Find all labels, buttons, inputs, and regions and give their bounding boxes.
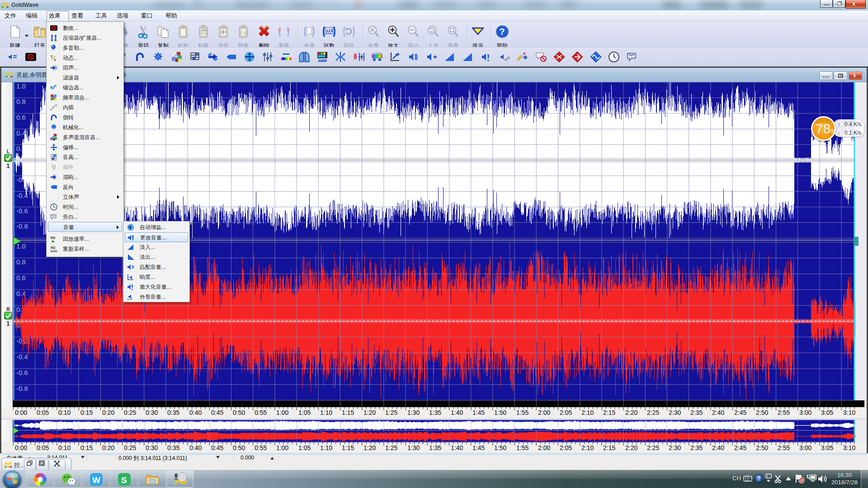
svg-text:123: 123 [326,28,333,33]
svg-text:-0.4: -0.4 [16,192,28,199]
svg-text:-0.4: -0.4 [16,353,28,361]
svg-text:0.8: 0.8 [16,258,26,266]
svg-text:{x}: {x} [240,30,249,36]
svg-text:-0.2: -0.2 [16,176,28,183]
svg-text:-0.8: -0.8 [16,222,28,230]
svg-text:0.2: 0.2 [16,305,26,313]
svg-text:1.0: 1.0 [16,82,26,90]
svg-text:-0.6: -0.6 [16,207,28,215]
svg-text:0.8: 0.8 [16,98,26,105]
svg-text:0.0: 0.0 [16,321,26,329]
svg-text:0.6: 0.6 [16,274,26,282]
svg-text:-0.2: -0.2 [16,337,28,345]
svg-text:W: W [92,475,100,485]
svg-text:x: x [54,57,56,61]
svg-text:Hz: Hz [51,245,55,250]
svg-text:0.0: 0.0 [16,160,26,168]
svg-text:0.4: 0.4 [16,290,26,297]
svg-text:1.0: 1.0 [16,242,26,250]
svg-text:?: ? [500,27,505,37]
svg-text:-0.6: -0.6 [16,369,28,376]
svg-text:-0.8: -0.8 [16,385,28,392]
svg-text:S: S [121,475,127,485]
svg-text:0.2: 0.2 [16,145,26,152]
svg-text:0.6: 0.6 [16,113,26,121]
svg-text:Hz: Hz [51,235,55,240]
svg-text:0.4: 0.4 [16,129,26,137]
